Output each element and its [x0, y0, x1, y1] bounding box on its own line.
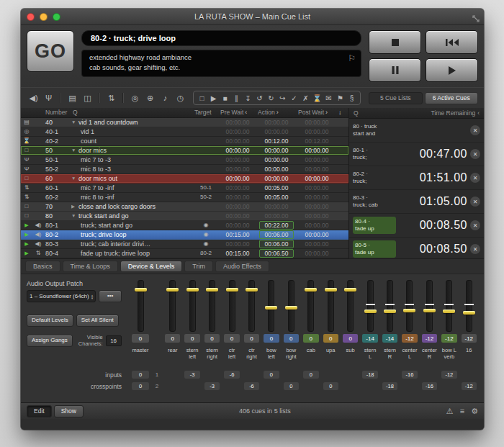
cue-action[interactable]: 00:12.00: [256, 137, 297, 145]
cue-postwait[interactable]: 00:00.00: [297, 212, 337, 220]
cue-prewait[interactable]: 00:00.00: [219, 128, 256, 135]
cue-row[interactable]: ▶ ⇅ 80-4 fade up truck; drive loop 80-2 …: [21, 249, 348, 258]
edit-mode-button[interactable]: Edit: [27, 405, 52, 417]
flag-cue-icon[interactable]: ⚑: [335, 94, 346, 102]
fader-ch16[interactable]: [460, 279, 478, 332]
tab-active-cues[interactable]: 6 Active Cues: [425, 92, 479, 104]
fader-ch4[interactable]: [222, 279, 240, 332]
stop-cue-icon[interactable]: ■: [220, 94, 230, 102]
fader-ch10[interactable]: [341, 279, 359, 332]
cue-prewait[interactable]: 00:00.00: [219, 147, 256, 154]
play-button[interactable]: [426, 58, 478, 82]
reset-cue-icon[interactable]: ↺: [254, 94, 265, 102]
tab-audio-effects[interactable]: Audio Effects: [215, 261, 269, 272]
crosspoint-chip[interactable]: -12: [462, 382, 477, 390]
cue-postwait[interactable]: 00:00.00: [297, 250, 337, 257]
active-cue-row[interactable]: 80-1 · truck; 00:47.00 ✕: [349, 143, 484, 166]
crosspoint-chip[interactable]: 0: [303, 371, 318, 379]
goto-cue-icon[interactable]: ↪: [277, 94, 288, 102]
crosspoint-chip[interactable]: -16: [402, 371, 417, 379]
cue-prewait[interactable]: 00:00.00: [219, 137, 256, 145]
crosspoint-chip[interactable]: -16: [422, 382, 437, 390]
tab-time-loops[interactable]: Time & Loops: [63, 261, 118, 272]
crosspoint-chip[interactable]: [422, 371, 437, 379]
cue-action[interactable]: 00:00.00: [256, 128, 297, 135]
fader-ch2[interactable]: [183, 279, 201, 332]
cue-prewait[interactable]: 00:00.00: [219, 203, 256, 210]
level-chip[interactable]: -12: [422, 334, 437, 343]
audio-cue-icon[interactable]: ◀): [27, 94, 40, 103]
assign-gangs-button[interactable]: Assign Gangs: [27, 335, 73, 347]
cue-prewait[interactable]: 00:00.00: [219, 156, 256, 163]
crosspoint-chip[interactable]: [382, 371, 397, 379]
cue-row-selected[interactable]: ▶ ◀) 80-2 truck; drive loop ◉ 00:15.00 0…: [21, 230, 348, 240]
cue-action[interactable]: 00:05.00: [256, 184, 297, 191]
midi-cue-icon[interactable]: ⊕: [143, 94, 157, 103]
disclosure-icon[interactable]: ▼: [71, 213, 76, 218]
expand-column-icon[interactable]: ›: [325, 109, 328, 116]
cue-row[interactable]: ▤ 40 ▼vid 1 and countdown 00:00.00 00:00…: [21, 118, 348, 127]
cue-postwait[interactable]: 00:00.00: [297, 128, 337, 135]
crosspoint-chip[interactable]: -18: [382, 382, 397, 390]
cue-postwait[interactable]: 00:00.00: [297, 184, 337, 191]
cue-action[interactable]: 00:05.00: [256, 194, 297, 201]
cue-row[interactable]: ⇅ 60-1 mic 7 to -inf 50-1 00:00.00 00:05…: [21, 184, 348, 193]
minimize-window-button[interactable]: [40, 13, 48, 21]
level-chip[interactable]: 0: [343, 334, 358, 343]
level-chip[interactable]: -12: [462, 334, 477, 343]
stop-cue-button[interactable]: ✕: [470, 173, 480, 183]
cue-action[interactable]: 00:00.00: [256, 212, 297, 220]
cue-postwait[interactable]: 00:00.00: [297, 240, 337, 248]
cue-action[interactable]: 00:00.00: [256, 147, 297, 154]
level-chip[interactable]: 0: [132, 334, 149, 343]
cue-postwait[interactable]: 00:00.00: [297, 194, 337, 201]
cue-postwait[interactable]: 00:12.00: [297, 137, 337, 145]
level-chip[interactable]: 0: [303, 334, 318, 343]
tab-device-levels[interactable]: Device & Levels: [120, 261, 183, 272]
tab-basics[interactable]: Basics: [25, 261, 60, 272]
crosspoint-chip[interactable]: [343, 382, 358, 390]
level-chip[interactable]: 0: [204, 334, 220, 343]
crosspoint-chip[interactable]: -6: [244, 382, 259, 390]
active-cue-row[interactable]: 80-5 · fade up 00:08.50 ✕: [349, 238, 484, 258]
collapse-column-icon[interactable]: ‹: [477, 109, 480, 117]
crosspoint-chip[interactable]: [303, 382, 318, 390]
cue-prewait[interactable]: 00:15.00: [219, 231, 256, 238]
patch-edit-button[interactable]: •••: [99, 290, 122, 302]
title-bar[interactable]: LA RUTA SHOW – Main Cue List: [21, 9, 484, 25]
osc-cue-icon[interactable]: ◎: [128, 94, 142, 103]
cue-row[interactable]: ▶ ◀) 80-1 truck; start and go ◉ 00:00.00…: [21, 221, 348, 230]
arm-cue-icon[interactable]: ✓: [289, 94, 300, 102]
crosspoint-chip[interactable]: -3: [204, 382, 220, 390]
crosspoint-chip[interactable]: [204, 371, 220, 379]
crosspoint-chip[interactable]: [323, 371, 338, 379]
cue-postwait[interactable]: 00:00.00: [297, 147, 337, 154]
crosspoint-chip[interactable]: [362, 382, 377, 390]
crosspoint-chip[interactable]: 0: [132, 382, 149, 390]
cue-action[interactable]: 00:06.00: [259, 240, 294, 248]
cue-row[interactable]: □ 60 ▼door mics out 00:00.00 00:00.00 00…: [21, 174, 348, 184]
disclosure-icon[interactable]: ▼: [71, 119, 76, 125]
crosspoint-chip[interactable]: [184, 382, 199, 390]
rewind-button[interactable]: [426, 30, 478, 54]
fader-ch3[interactable]: [203, 279, 221, 332]
sort-icon[interactable]: ↓: [337, 109, 348, 116]
fader-ch13[interactable]: [400, 279, 418, 332]
cue-row[interactable]: ⌛ 40-2 count 00:00.00 00:12.00 00:12.00: [21, 137, 348, 146]
cue-prewait[interactable]: 00:00.00: [219, 222, 256, 229]
fader-ch14[interactable]: [420, 279, 438, 332]
crosspoint-chip[interactable]: [165, 371, 180, 379]
collapse-column-icon[interactable]: ‹: [245, 109, 247, 116]
stop-cue-button[interactable]: ✕: [470, 220, 480, 230]
default-levels-button[interactable]: Default Levels: [27, 315, 73, 327]
start-cue-icon[interactable]: ▶: [208, 94, 219, 102]
cue-row[interactable]: □ 70 ▶close and lock cargo doors 00:00.0…: [21, 202, 348, 212]
memo-cue-icon[interactable]: ✉: [323, 94, 334, 102]
cue-prewait[interactable]: 00:00.00: [219, 184, 256, 191]
cue-action[interactable]: 00:00.00: [256, 175, 297, 182]
crosspoint-chip[interactable]: [244, 371, 259, 379]
cue-postwait[interactable]: 00:00.00: [297, 222, 337, 229]
crosspoint-chip[interactable]: [343, 371, 358, 379]
cue-postwait[interactable]: 00:00.00: [297, 203, 337, 210]
wait-cue-icon[interactable]: ⌛: [312, 94, 323, 102]
